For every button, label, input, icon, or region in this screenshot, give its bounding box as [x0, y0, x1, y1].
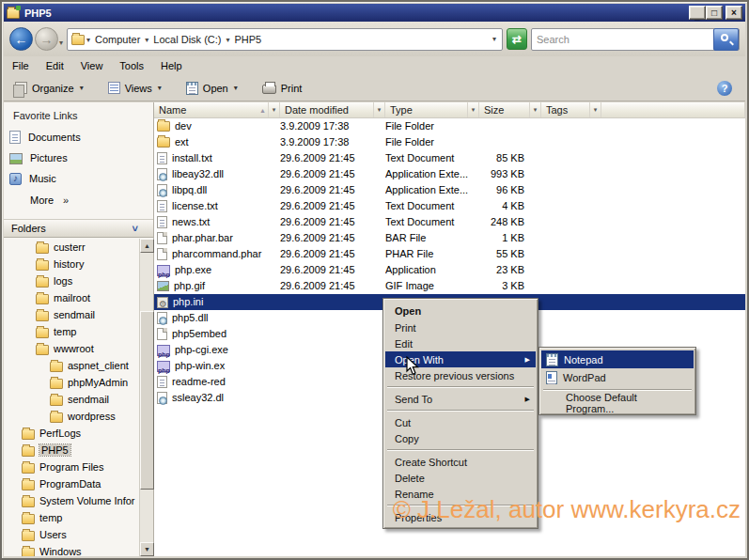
scrollbar-thumb[interactable] [140, 311, 154, 490]
close-button[interactable]: × [726, 6, 742, 20]
tree-item-logs[interactable]: logs [4, 272, 139, 289]
context-menu-item-edit[interactable]: Edit [385, 335, 536, 351]
breadcrumb-dropdown-icon[interactable]: ▾ [143, 34, 150, 44]
tree-item-sendmail[interactable]: sendmail [4, 391, 139, 408]
context-menu-item-delete[interactable]: Delete [385, 470, 536, 486]
breadcrumb-item-local-disk-c[interactable]: Local Disk (C:) [150, 32, 224, 47]
minimize-button[interactable]: _ [689, 6, 706, 20]
file-row-php-exe[interactable]: php.exe29.6.2009 21:45Application23 KB [154, 262, 745, 278]
tree-item-wordpress[interactable]: wordpress [4, 408, 139, 425]
menu-edit[interactable]: Edit [38, 57, 72, 74]
tree-item-phpmyadmin[interactable]: phpMyAdmin [4, 374, 139, 391]
tree-item-history[interactable]: history [4, 256, 139, 272]
address-dropdown-icon[interactable]: ▾ [492, 35, 498, 43]
ini-icon [157, 297, 168, 308]
column-filter-dropdown-icon[interactable]: ▾ [529, 102, 540, 117]
tree-scrollbar[interactable]: ▲ ▼ [139, 239, 153, 556]
favorite-link-documents[interactable]: Documents [4, 127, 153, 148]
help-button[interactable]: ? [717, 81, 732, 96]
tree-item-programdata[interactable]: ProgramData [4, 475, 139, 492]
scroll-up-icon[interactable]: ▲ [140, 239, 154, 253]
context-menu-item-copy[interactable]: Copy [385, 430, 536, 446]
menu-file[interactable]: File [4, 57, 38, 74]
column-filter-dropdown-icon[interactable]: ▾ [373, 102, 384, 117]
file-date: 29.6.2009 21:45 [280, 278, 385, 294]
file-row-libpq-dll[interactable]: libpq.dll29.6.2009 21:45Application Exte… [154, 182, 745, 198]
file-date [280, 294, 385, 310]
breadcrumb-dropdown-icon[interactable]: ▾ [85, 34, 92, 44]
menu-tools[interactable]: Tools [111, 57, 152, 74]
breadcrumb-dropdown-icon[interactable]: ▾ [224, 34, 231, 44]
tree-item-php5[interactable]: PHP5 [4, 442, 139, 459]
column-header-date-modified[interactable]: Date modified▾ [280, 102, 385, 117]
tree-item-program-files[interactable]: Program Files [4, 459, 139, 475]
maximize-button[interactable]: □ [706, 6, 723, 20]
folders-band[interactable]: Folders ˅ [4, 219, 153, 238]
dropdown-icon[interactable]: ▾ [234, 84, 238, 92]
search-icon [721, 34, 728, 41]
file-row-news-txt[interactable]: news.txt29.6.2009 21:45Text Document248 … [154, 214, 745, 230]
context-menu-item-send-to[interactable]: Send To▶ [385, 391, 536, 407]
file-row-php-gif[interactable]: php.gif29.6.2009 21:45GIF Image3 KB [154, 278, 745, 294]
toolbar-print-button[interactable]: Print [257, 79, 308, 97]
context-menu-item-open[interactable]: Open [385, 302, 536, 319]
context-menu-item-create-shortcut[interactable]: Create Shortcut [385, 454, 536, 470]
tree-item-perflogs[interactable]: PerfLogs [4, 425, 139, 442]
column-filter-dropdown-icon[interactable]: ▾ [467, 102, 478, 117]
breadcrumb-item-php5[interactable]: PHP5 [231, 32, 264, 47]
tree-item-sendmail[interactable]: sendmail [4, 306, 139, 323]
tree-item-users[interactable]: Users [4, 526, 139, 543]
tree-item-mailroot[interactable]: mailroot [4, 289, 139, 306]
more-link[interactable]: More » [4, 189, 153, 206]
tree-item-temp[interactable]: temp [4, 323, 139, 340]
scroll-down-icon[interactable]: ▼ [140, 542, 154, 556]
dropdown-icon[interactable]: ▾ [158, 84, 162, 92]
breadcrumb-item-computer[interactable]: Computer [92, 32, 143, 47]
toolbar-organize-button[interactable]: Organize▾ [9, 79, 89, 97]
tree-item-wwwroot[interactable]: wwwroot [4, 340, 139, 357]
context-menu-item-print[interactable]: Print [385, 319, 536, 335]
tree-item-label: wordpress [68, 411, 116, 422]
forward-button[interactable]: → [35, 27, 58, 51]
column-header-size[interactable]: Size▾ [479, 102, 541, 117]
favorite-link-music[interactable]: Music [4, 168, 153, 189]
favorite-link-pictures[interactable]: Pictures [4, 148, 153, 168]
file-date [280, 342, 385, 358]
dropdown-icon[interactable]: ▾ [80, 84, 84, 92]
tree-item-label: ProgramData [39, 478, 101, 490]
tree-item-label: sendmail [68, 394, 109, 405]
back-button[interactable]: ← [9, 27, 33, 51]
favorite-label: Pictures [30, 152, 68, 163]
tree-item-temp[interactable]: temp [4, 509, 139, 526]
submenu-item-notepad[interactable]: Notepad [541, 350, 694, 368]
tree-item-aspnet-client[interactable]: aspnet_client [4, 357, 139, 374]
file-row-install-txt[interactable]: install.txt29.6.2009 21:45Text Document8… [154, 150, 745, 166]
toolbar-open-button[interactable]: Open▾ [180, 79, 243, 98]
file-row-ext[interactable]: ext3.9.2009 17:38File Folder [154, 134, 745, 150]
file-row-license-txt[interactable]: license.txt29.6.2009 21:45Text Document4… [154, 198, 745, 214]
toolbar-views-button[interactable]: Views▾ [102, 79, 167, 97]
submenu-item-choose-default-program[interactable]: Choose Default Program... [541, 394, 694, 412]
menu-view[interactable]: View [72, 57, 112, 74]
tree-item-label: PHP5 [39, 444, 70, 456]
breadcrumb[interactable]: ▾Computer▾Local Disk (C:)▾PHP5 ▾ [67, 28, 503, 51]
column-header-name[interactable]: Name▲▾ [154, 102, 280, 117]
column-header-type[interactable]: Type▾ [385, 102, 479, 117]
file-row-pharcommand-phar[interactable]: pharcommand.phar29.6.2009 21:45PHAR File… [154, 246, 745, 262]
context-menu-item-cut[interactable]: Cut [385, 414, 536, 430]
refresh-button[interactable]: ⇄ [507, 28, 527, 50]
search-input[interactable] [532, 34, 713, 45]
column-filter-dropdown-icon[interactable]: ▾ [268, 102, 279, 117]
file-row-dev[interactable]: dev3.9.2009 17:38File Folder [154, 118, 745, 134]
tree-item-windows[interactable]: Windows [4, 543, 139, 556]
menu-help[interactable]: Help [152, 57, 191, 74]
column-header-tags[interactable]: Tags▾ [541, 102, 601, 117]
submenu-item-wordpad[interactable]: WordPad [541, 368, 694, 386]
recent-pages-dropdown[interactable]: ▾ [59, 39, 63, 47]
tree-item-custerr[interactable]: custerr [4, 239, 139, 256]
tree-item-system-volume-infor[interactable]: System Volume Infor [4, 492, 139, 509]
column-filter-dropdown-icon[interactable]: ▾ [589, 102, 601, 117]
file-row-phar-phar-bar[interactable]: phar.phar.bar29.6.2009 21:45BAR File1 KB [154, 230, 745, 246]
file-row-libeay32-dll[interactable]: libeay32.dll29.6.2009 21:45Application E… [154, 166, 745, 182]
search-button[interactable] [713, 28, 739, 51]
